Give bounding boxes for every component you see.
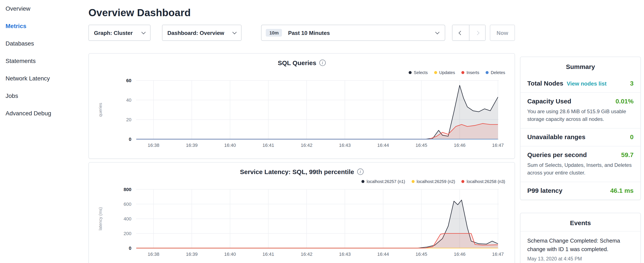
svg-text:60: 60 [126, 78, 132, 83]
legend-item-localhost-26259-n2[interactable]: localhost:26259 (n2) [412, 179, 455, 184]
chart-plot[interactable]: 020040060080016:3816:3916:4016:4116:4216… [89, 186, 515, 262]
summary-label: Total Nodes [527, 80, 563, 87]
summary-row-header: Capacity Used0.01% [527, 97, 634, 105]
legend-dot [486, 71, 488, 74]
events-list: Schema Change Completed: Schema change w… [520, 231, 640, 263]
svg-text:16:45: 16:45 [416, 143, 427, 148]
summary-panel: Summary Total NodesView nodes list3Capac… [520, 57, 641, 200]
summary-row-p99-latency: P99 latency46.1 ms [520, 182, 640, 200]
summary-title: Summary [520, 57, 640, 75]
time-range-dropdown[interactable]: 10m Past 10 Minutes [261, 25, 446, 41]
sidebar-item-databases[interactable]: Databases [0, 35, 81, 52]
summary-value: 0 [630, 133, 634, 140]
sidebar-item-overview[interactable]: Overview [0, 0, 81, 18]
legend-item-deletes[interactable]: Deletes [486, 70, 505, 75]
svg-text:16:43: 16:43 [339, 251, 350, 257]
chart-title: SQL Queries [278, 59, 316, 66]
svg-text:400: 400 [124, 216, 132, 221]
svg-text:16:41: 16:41 [262, 143, 274, 148]
summary-row-label-group: Unavailable ranges [527, 133, 585, 141]
chevron-left-icon [458, 31, 463, 35]
svg-text:16:47: 16:47 [492, 143, 504, 148]
legend-item-inserts[interactable]: Inserts [461, 70, 479, 75]
legend-item-selects[interactable]: Selects [409, 70, 428, 75]
page-title: Overview Dashboard [88, 7, 515, 19]
legend-dot [409, 71, 412, 74]
sidebar-item-network-latency[interactable]: Network Latency [0, 70, 81, 87]
summary-row-queries-per-second: Queries per second59.7Sum of Selects, Up… [520, 146, 640, 182]
dashboard-dropdown[interactable]: Dashboard: Overview [162, 25, 242, 41]
svg-text:200: 200 [124, 231, 132, 236]
summary-row-label-group: P99 latency [527, 187, 562, 194]
summary-row-header: Unavailable ranges0 [527, 133, 634, 141]
sql-queries-chart-card: SQL Queries i SelectsUpdatesInsertsDelet… [88, 53, 515, 159]
sidebar-item-statements[interactable]: Statements [0, 52, 81, 70]
app-window: OverviewMetricsDatabasesStatementsNetwor… [0, 0, 644, 263]
summary-row-total-nodes: Total NodesView nodes list3 [520, 75, 640, 92]
main-content: Overview Dashboard Graph: Cluster Dashbo… [88, 0, 515, 263]
time-prev-button[interactable] [453, 25, 469, 41]
svg-text:16:47: 16:47 [492, 251, 504, 257]
time-next-button[interactable] [469, 25, 485, 41]
summary-label: Queries per second [527, 151, 587, 158]
svg-text:0: 0 [129, 137, 132, 142]
time-range-badge: 10m [266, 29, 282, 37]
event-message: Schema Change Completed: Schema change w… [527, 237, 634, 254]
svg-text:16:46: 16:46 [454, 143, 466, 148]
legend-label: localhost:26259 (n2) [417, 179, 455, 184]
svg-text:16:41: 16:41 [262, 251, 274, 257]
service-latency-chart-card: Service Latency: SQL, 99th percentile i … [88, 162, 515, 263]
legend-dot [362, 180, 364, 183]
summary-description: You are using 28.6 MiB of 515.9 GiB usab… [527, 108, 634, 123]
chevron-down-icon [232, 30, 237, 34]
summary-row-header: Queries per second59.7 [527, 151, 634, 159]
svg-text:16:42: 16:42 [301, 251, 312, 257]
legend-dot [462, 180, 464, 183]
svg-text:16:38: 16:38 [148, 143, 159, 148]
sidebar-item-metrics[interactable]: Metrics [0, 18, 81, 35]
svg-text:0: 0 [129, 245, 132, 251]
info-icon[interactable]: i [357, 168, 363, 175]
view-nodes-list-link[interactable]: View nodes list [566, 80, 606, 87]
svg-text:16:43: 16:43 [339, 143, 350, 148]
summary-value: 0.01% [616, 97, 634, 105]
svg-text:16:40: 16:40 [224, 143, 236, 148]
legend-label: localhost:26258 (n3) [467, 179, 505, 184]
info-icon[interactable]: i [319, 60, 326, 66]
svg-text:16:46: 16:46 [454, 251, 466, 257]
event-item[interactable]: Schema Change Completed: Schema change w… [520, 231, 640, 263]
time-range-label: Past 10 Minutes [288, 30, 436, 36]
chart-plot[interactable]: 020406016:3816:3916:4016:4116:4216:4316:… [89, 77, 515, 153]
chart-title: Service Latency: SQL, 99th percentile [240, 168, 354, 175]
svg-text:16:44: 16:44 [377, 251, 389, 257]
legend-label: localhost:26257 (n1) [366, 179, 405, 184]
summary-value: 46.1 ms [610, 187, 634, 194]
legend-dot [461, 71, 464, 74]
legend-item-localhost-26258-n3[interactable]: localhost:26258 (n3) [462, 179, 505, 184]
sidebar-item-jobs[interactable]: Jobs [0, 87, 81, 105]
summary-row-header: P99 latency46.1 ms [527, 187, 634, 194]
summary-row-label-group: Total NodesView nodes list [527, 80, 606, 87]
events-title: Events [520, 213, 640, 231]
svg-text:40: 40 [126, 97, 132, 103]
event-timestamp: May 13, 2020 at 4:45 PM [527, 256, 634, 261]
legend-item-localhost-26257-n1[interactable]: localhost:26257 (n1) [362, 179, 405, 184]
summary-label: Unavailable ranges [527, 133, 585, 140]
legend-label: Updates [439, 70, 455, 75]
controls-bar: Graph: Cluster Dashboard: Overview 10m P… [88, 25, 515, 41]
summary-row-unavailable-ranges: Unavailable ranges0 [520, 128, 640, 146]
svg-text:800: 800 [124, 187, 132, 192]
sidebar-item-advanced-debug[interactable]: Advanced Debug [0, 105, 81, 122]
summary-value: 59.7 [621, 151, 634, 158]
legend-label: Inserts [466, 70, 479, 75]
svg-text:20: 20 [126, 117, 132, 122]
chevron-down-icon [141, 30, 146, 34]
summary-description: Sum of Selects, Updates, Inserts, and De… [527, 161, 634, 177]
legend-item-updates[interactable]: Updates [434, 70, 455, 75]
svg-text:16:40: 16:40 [224, 251, 236, 257]
chart-header: Service Latency: SQL, 99th percentile i [89, 163, 514, 175]
now-button[interactable]: Now [490, 25, 515, 41]
graph-dropdown[interactable]: Graph: Cluster [88, 25, 150, 41]
summary-label: P99 latency [527, 187, 562, 194]
legend-dot [412, 180, 414, 183]
